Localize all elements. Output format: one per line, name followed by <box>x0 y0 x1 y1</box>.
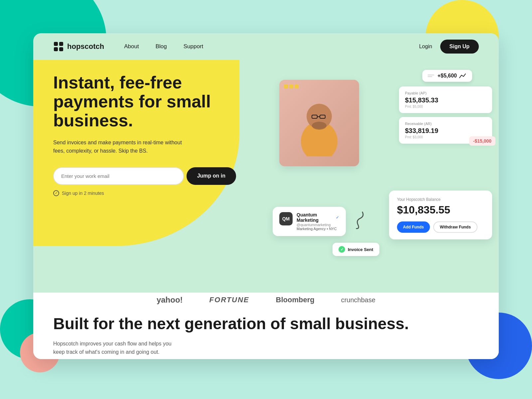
press-logo-yahoo: yahoo! <box>157 295 183 305</box>
sparkline-icon <box>459 72 467 79</box>
squiggle-decoration <box>349 208 369 234</box>
svg-rect-2 <box>54 47 58 51</box>
company-name-row: Quantum Marketing ✓ <box>297 212 339 223</box>
navbar: hopscotch About Blog Support Login Sign … <box>33 33 499 60</box>
press-logo-crunchbase: crunchbase <box>341 296 375 304</box>
svg-rect-1 <box>59 42 63 46</box>
company-handle: @quantummarketing <box>297 223 339 227</box>
amount-badge-value: +$5,600 <box>438 73 457 79</box>
withdraw-button[interactable]: Withdraw Funds <box>433 221 477 233</box>
email-input[interactable] <box>53 167 184 185</box>
nav-link-support[interactable]: Support <box>184 43 203 50</box>
logo-icon <box>53 41 64 52</box>
nav-link-about[interactable]: About <box>124 43 139 50</box>
person-stars <box>284 84 299 88</box>
login-button[interactable]: Login <box>419 44 432 50</box>
press-logo-fortune: FORTUNE <box>209 296 249 304</box>
hero-title: Instant, fee-free payments for small bus… <box>53 73 236 130</box>
invoice-check-icon: ✓ <box>338 246 345 253</box>
press-section: yahoo! FORTUNE Bloomberg crunchbase Buil… <box>33 293 499 359</box>
company-card: QM Quantum Marketing ✓ @quantummarketing… <box>273 207 346 236</box>
squiggle-icon <box>350 208 369 231</box>
company-type: Marketing Agency • NYC <box>297 227 339 231</box>
svg-rect-0 <box>54 42 58 46</box>
balance-label: Your Hopscotch Balance <box>397 197 484 202</box>
company-name: Quantum Marketing <box>297 212 334 223</box>
company-info: Quantum Marketing ✓ @quantummarketing Ma… <box>297 212 339 231</box>
amount-badge: +$5,600 <box>422 70 472 82</box>
add-funds-button[interactable]: Add Funds <box>397 221 430 233</box>
amount-line-1 <box>428 74 434 75</box>
balance-buttons: Add Funds Withdraw Funds <box>397 221 484 233</box>
invoice-card: ✓ Invoice Sent <box>332 243 379 256</box>
check-circle-icon <box>53 190 59 196</box>
balance-amount: $10,835.55 <box>397 204 484 216</box>
payable-label: Payable (AP) <box>405 91 486 95</box>
payable-card: Payable (AP) $15,835.33 Pmt: $5,000 <box>399 86 492 113</box>
signup-button[interactable]: Sign Up <box>440 40 479 54</box>
signup-note-text: Sign up in 2 minutes <box>62 191 104 196</box>
receivable-amount: $33,819.19 <box>405 127 486 135</box>
next-section-subtitle: Hopscotch improves your cash flow and he… <box>53 339 180 356</box>
svg-rect-3 <box>59 47 63 51</box>
verified-icon: ✓ <box>336 215 339 220</box>
logo: hopscotch <box>53 41 104 52</box>
next-section-preview: Built for the next generation of small b… <box>33 315 499 356</box>
press-logos: yahoo! FORTUNE Bloomberg crunchbase <box>157 295 375 305</box>
star-1 <box>284 84 288 88</box>
invoice-label: Invoice Sent <box>348 247 373 252</box>
star-2 <box>289 84 293 88</box>
payable-amount: $15,835.33 <box>405 96 486 104</box>
nav-actions: Login Sign Up <box>419 40 479 54</box>
star-3 <box>295 84 299 88</box>
balance-card: Your Hopscotch Balance $10,835.55 Add Fu… <box>389 191 492 239</box>
person-illustration <box>296 90 342 156</box>
next-section-title: Built for the next generation of small b… <box>53 315 479 333</box>
company-logo: QM <box>279 212 293 225</box>
svg-point-9 <box>312 122 327 130</box>
main-card: hopscotch About Blog Support Login Sign … <box>33 33 499 359</box>
press-logo-bloomberg: Bloomberg <box>276 296 315 304</box>
nav-links: About Blog Support <box>124 43 419 50</box>
amount-line-2 <box>428 76 432 77</box>
negative-badge: -$15,000 <box>469 136 495 146</box>
signup-note: Sign up in 2 minutes <box>53 190 236 196</box>
nav-link-blog[interactable]: Blog <box>156 43 167 50</box>
finance-cards: Payable (AP) $15,835.33 Pmt: $5,000 Rece… <box>399 86 492 144</box>
cta-button[interactable]: Jump on in <box>187 167 236 185</box>
payable-sub: Pmt: $5,000 <box>405 105 486 108</box>
email-form: Jump on in <box>53 167 236 185</box>
hero-ui-cards: +$5,600 Payable (AP) $15,835.33 Pmt: $5,… <box>266 66 492 259</box>
hero-subtitle: Send invoices and make payments in real-… <box>53 138 186 155</box>
hero-content: Instant, fee-free payments for small bus… <box>53 73 236 196</box>
person-card <box>279 80 359 166</box>
person-image <box>279 80 359 166</box>
amount-lines <box>428 74 434 77</box>
logo-text: hopscotch <box>67 42 104 51</box>
receivable-label: Receivable (AR) <box>405 122 486 126</box>
